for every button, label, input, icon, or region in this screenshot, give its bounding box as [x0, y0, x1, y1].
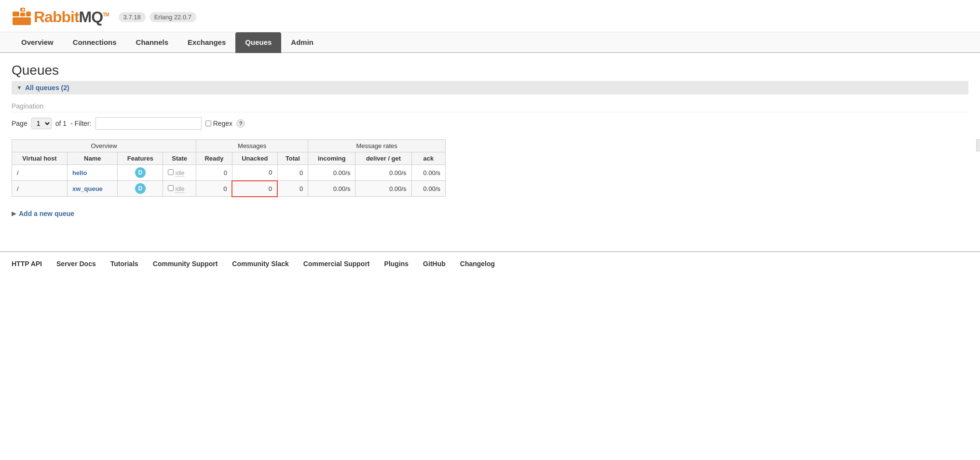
- section-label[interactable]: All queues (2): [25, 84, 69, 92]
- col-header-row: Virtual host Name Features State Ready U…: [12, 152, 446, 165]
- plus-minus-button[interactable]: +/-: [976, 139, 980, 151]
- nav-connections[interactable]: Connections: [63, 32, 126, 52]
- col-virtual-host: Virtual host: [12, 152, 68, 165]
- col-ack: ack: [411, 152, 445, 165]
- group-overview: Overview: [12, 140, 196, 152]
- footer-community-slack[interactable]: Community Slack: [232, 260, 288, 268]
- rabbitmq-logo-icon: [12, 7, 32, 27]
- row-name[interactable]: xw_queue: [67, 181, 117, 197]
- col-deliver-get: deliver / get: [355, 152, 411, 165]
- regex-help-button[interactable]: ?: [236, 119, 245, 128]
- state-label: idle: [176, 186, 185, 193]
- svg-rect-3: [26, 12, 31, 16]
- add-queue-section[interactable]: ▶ Add a new queue: [12, 205, 968, 222]
- row-features: D: [118, 165, 163, 181]
- footer: HTTP API Server Docs Tutorials Community…: [0, 251, 980, 275]
- footer-community-support[interactable]: Community Support: [153, 260, 218, 268]
- queues-table-wrapper: Overview Messages Message rates Virtual …: [12, 139, 968, 197]
- nav-exchanges[interactable]: Exchanges: [178, 32, 235, 52]
- row-incoming: 0.00/s: [308, 165, 355, 181]
- row-name[interactable]: hello: [67, 165, 117, 181]
- footer-tutorials[interactable]: Tutorials: [110, 260, 138, 268]
- nav-admin[interactable]: Admin: [281, 32, 323, 52]
- svg-rect-4: [13, 17, 31, 25]
- erlang-badge: Erlang 22.0.7: [150, 12, 196, 22]
- row-features: D: [118, 181, 163, 197]
- col-ready: Ready: [196, 152, 232, 165]
- svg-rect-5: [22, 9, 24, 11]
- filter-input[interactable]: [95, 117, 202, 130]
- page-select[interactable]: 1: [31, 118, 52, 129]
- row-state: idle: [163, 181, 196, 197]
- table-row: / hello D idle 0 0 0 0.00/s 0.00/s 0.00/…: [12, 165, 446, 181]
- nav-overview[interactable]: Overview: [12, 32, 63, 52]
- state-label: idle: [176, 170, 185, 177]
- col-total: Total: [277, 152, 308, 165]
- feature-badge-d: D: [135, 167, 146, 178]
- page-title: Queues: [12, 63, 968, 78]
- row-unacked: 0: [232, 165, 277, 181]
- col-name: Name: [67, 152, 117, 165]
- col-unacked: Unacked: [232, 152, 277, 165]
- footer-github[interactable]: GitHub: [423, 260, 446, 268]
- queues-table: Overview Messages Message rates Virtual …: [12, 139, 446, 197]
- of-label: of 1: [55, 120, 67, 127]
- row-checkbox[interactable]: [168, 185, 174, 191]
- table-row: / xw_queue D idle 0 0 0 0.00/s 0.00/s 0.…: [12, 181, 446, 197]
- section-header: ▼ All queues (2): [12, 81, 968, 95]
- row-total: 0: [277, 165, 308, 181]
- main-content: Queues ▼ All queues (2) Pagination Page …: [0, 53, 980, 232]
- col-incoming: incoming: [308, 152, 355, 165]
- row-ack: 0.00/s: [411, 181, 445, 197]
- row-ack: 0.00/s: [411, 165, 445, 181]
- page-label-text: Page: [12, 120, 27, 127]
- logo: RabbitMQTM: [12, 7, 109, 27]
- svg-rect-0: [13, 12, 19, 16]
- row-deliver-get: 0.00/s: [355, 165, 411, 181]
- regex-label: Regex: [205, 120, 232, 127]
- add-queue-label: Add a new queue: [19, 210, 74, 217]
- filter-label: - Filter:: [70, 120, 92, 127]
- footer-http-api[interactable]: HTTP API: [12, 260, 42, 268]
- footer-commercial-support[interactable]: Commercial Support: [303, 260, 370, 268]
- footer-plugins[interactable]: Plugins: [384, 260, 409, 268]
- header: RabbitMQTM 3.7.18 Erlang 22.0.7: [0, 0, 980, 32]
- pagination-label: Pagination: [12, 102, 968, 112]
- row-state: idle: [163, 165, 196, 181]
- row-checkbox[interactable]: [168, 169, 174, 175]
- group-message-rates: Message rates: [308, 140, 446, 152]
- row-ready: 0: [196, 181, 232, 197]
- row-total: 0: [277, 181, 308, 197]
- row-unacked-highlighted: 0: [232, 181, 277, 197]
- group-header-row: Overview Messages Message rates: [12, 140, 446, 152]
- nav-queues[interactable]: Queues: [235, 32, 281, 53]
- regex-checkbox[interactable]: [205, 121, 211, 126]
- row-ready: 0: [196, 165, 232, 181]
- feature-badge-d: D: [135, 183, 146, 194]
- pagination-controls: Page 1 of 1 - Filter: Regex ?: [12, 117, 968, 130]
- svg-rect-2: [20, 13, 25, 16]
- col-features: Features: [118, 152, 163, 165]
- version-badge: 3.7.18: [119, 12, 146, 22]
- row-incoming: 0.00/s: [308, 181, 355, 197]
- add-queue-arrow-icon: ▶: [12, 210, 16, 217]
- col-state: State: [163, 152, 196, 165]
- row-virtual-host: /: [12, 181, 68, 197]
- row-deliver-get: 0.00/s: [355, 181, 411, 197]
- main-nav: Overview Connections Channels Exchanges …: [0, 32, 980, 53]
- footer-changelog[interactable]: Changelog: [460, 260, 495, 268]
- section-toggle-icon: ▼: [16, 84, 22, 91]
- nav-channels[interactable]: Channels: [126, 32, 178, 52]
- group-messages: Messages: [196, 140, 308, 152]
- logo-text: RabbitMQTM: [34, 8, 109, 26]
- footer-server-docs[interactable]: Server Docs: [56, 260, 96, 268]
- row-virtual-host: /: [12, 165, 68, 181]
